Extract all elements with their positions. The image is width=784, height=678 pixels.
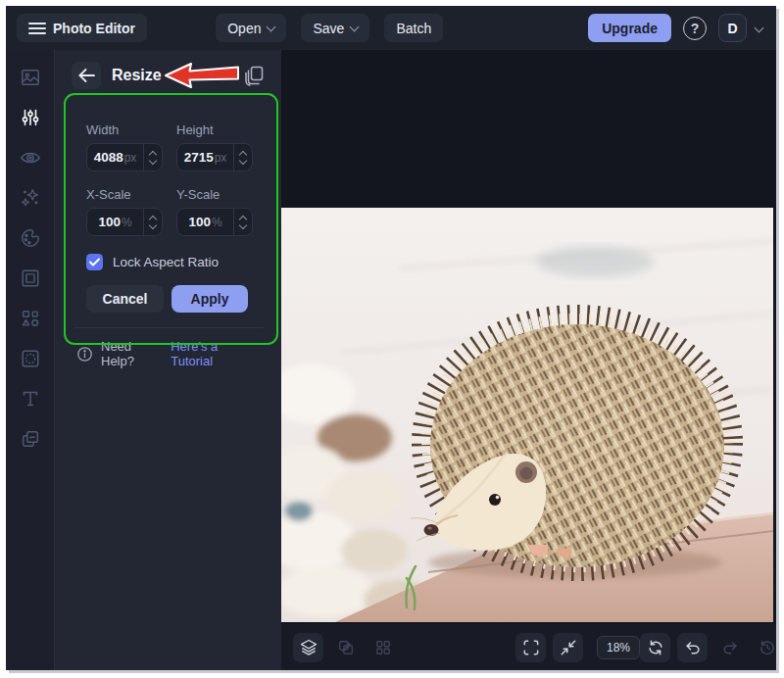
info-icon bbox=[76, 346, 93, 363]
topbar: Photo Editor Open Save Batch Upgrade ? D bbox=[6, 6, 776, 50]
adjust-tool-icon[interactable] bbox=[19, 106, 42, 129]
chevron-down-icon bbox=[350, 22, 360, 31]
account-chevron-icon[interactable] bbox=[755, 24, 764, 33]
effects-tool-icon[interactable] bbox=[19, 186, 42, 210]
width-stepper[interactable] bbox=[143, 144, 162, 170]
stepper-down-icon[interactable] bbox=[239, 220, 247, 228]
redo-icon[interactable] bbox=[714, 633, 745, 662]
frame-tool-icon[interactable] bbox=[19, 266, 42, 290]
tutorial-link[interactable]: Here's a Tutorial bbox=[171, 339, 256, 368]
avatar[interactable]: D bbox=[718, 14, 747, 42]
tool-rail bbox=[6, 50, 55, 670]
text-tool-icon[interactable] bbox=[19, 387, 42, 411]
main-menu-button[interactable]: Photo Editor bbox=[17, 14, 147, 42]
hamburger-icon bbox=[28, 22, 46, 35]
save-button[interactable]: Save bbox=[301, 14, 369, 42]
apply-button[interactable]: Apply bbox=[172, 285, 248, 313]
layers-stack-icon[interactable] bbox=[293, 633, 323, 662]
stepper-down-icon[interactable] bbox=[149, 156, 157, 164]
palette-tool-icon[interactable] bbox=[19, 226, 42, 250]
cancel-button[interactable]: Cancel bbox=[86, 285, 164, 313]
back-button[interactable] bbox=[72, 62, 101, 89]
layers-tool-icon[interactable] bbox=[19, 427, 42, 451]
duplicate-icon[interactable] bbox=[242, 64, 266, 87]
resize-panel: Resize Width Height 4088px 2715px bbox=[55, 50, 281, 670]
bottom-toolbar: 18% bbox=[281, 624, 776, 670]
panel-header: Resize bbox=[55, 50, 281, 101]
mask-tool-icon[interactable] bbox=[19, 347, 42, 370]
resize-form: Width Height 4088px 2715px X-Scale Y-Sca… bbox=[55, 101, 281, 368]
lock-aspect-checkbox[interactable] bbox=[86, 254, 103, 270]
history-icon[interactable] bbox=[752, 633, 776, 662]
yscale-label: Y-Scale bbox=[176, 187, 253, 202]
image-tool-icon[interactable] bbox=[19, 66, 42, 89]
app-window: Photo Editor Open Save Batch Upgrade ? D bbox=[6, 6, 776, 670]
height-input[interactable]: 2715px bbox=[176, 143, 253, 171]
xscale-input[interactable]: 100% bbox=[86, 208, 163, 236]
fit-screen-icon[interactable] bbox=[553, 633, 583, 662]
height-label: Height bbox=[176, 122, 253, 137]
undo-icon[interactable] bbox=[677, 633, 708, 662]
width-input[interactable]: 4088px bbox=[86, 143, 163, 171]
lock-aspect-row: Lock Aspect Ratio bbox=[86, 254, 256, 270]
app-title: Photo Editor bbox=[53, 21, 135, 36]
xscale-label: X-Scale bbox=[86, 187, 163, 202]
stepper-down-icon[interactable] bbox=[149, 220, 157, 228]
help-icon[interactable]: ? bbox=[683, 17, 707, 40]
divider bbox=[74, 327, 264, 328]
yscale-stepper[interactable] bbox=[233, 209, 252, 235]
xscale-stepper[interactable] bbox=[143, 209, 162, 235]
elements-tool-icon[interactable] bbox=[19, 307, 42, 330]
zoom-level-input[interactable]: 18% bbox=[597, 636, 640, 659]
yscale-input[interactable]: 100% bbox=[176, 208, 253, 236]
eye-tool-icon[interactable] bbox=[19, 146, 42, 170]
chevron-down-icon bbox=[267, 22, 276, 31]
hedgehog-photo[interactable] bbox=[281, 208, 773, 622]
fullscreen-icon[interactable] bbox=[515, 633, 546, 662]
lock-aspect-label: Lock Aspect Ratio bbox=[113, 255, 219, 269]
red-arrow-annotation bbox=[163, 63, 241, 89]
upgrade-button[interactable]: Upgrade bbox=[588, 14, 671, 42]
help-text: Need Help? bbox=[101, 339, 163, 368]
panel-title: Resize bbox=[112, 67, 162, 84]
height-stepper[interactable] bbox=[233, 144, 252, 170]
stepper-down-icon[interactable] bbox=[239, 156, 247, 164]
open-button[interactable]: Open bbox=[216, 14, 286, 42]
canvas-area[interactable]: 18% bbox=[281, 50, 776, 670]
transfer-icon[interactable] bbox=[330, 633, 361, 662]
batch-button[interactable]: Batch bbox=[384, 14, 443, 42]
grid-icon[interactable] bbox=[368, 633, 398, 662]
refresh-icon[interactable] bbox=[640, 633, 670, 662]
width-label: Width bbox=[86, 122, 163, 137]
